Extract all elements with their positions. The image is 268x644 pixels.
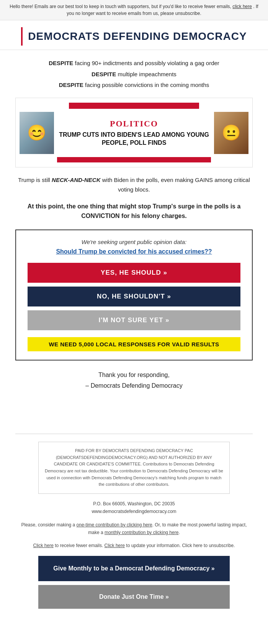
biden-face-placeholder: 😊: [20, 112, 54, 154]
politico-headline: TRUMP CUTS INTO BIDEN'S LEAD AMONG YOUNG…: [58, 131, 210, 147]
neck-italic: NECK-AND-NECK: [52, 177, 101, 183]
disclaimer-text: PAID FOR BY DEMOCRATS DEFENDING DEMOCRAC…: [45, 448, 223, 487]
politico-top-bar-red: [69, 103, 199, 109]
footer-text1: Please, consider making a: [21, 522, 77, 528]
despite-line2: DESPITE multiple impeachments: [15, 69, 253, 80]
thankyou-line2: – Democrats Defending Democracy: [15, 380, 253, 392]
disclaimer-box: PAID FOR BY DEMOCRATS DEFENDING DEMOCRAC…: [38, 442, 230, 494]
address-line1: P.O. Box 66005, Washington, DC 20035: [0, 500, 268, 508]
despite-line1: DESPITE facing 90+ indictments and possi…: [15, 58, 253, 69]
despite-section: DESPITE facing 90+ indictments and possi…: [15, 58, 253, 91]
despite-bold-3: DESPITE: [59, 82, 83, 88]
neck-text-2: with Biden in the polls, even making GAI…: [101, 177, 250, 193]
neck-text-1: Trump is still: [18, 177, 52, 183]
header-title: DEMOCRATS DEFENDING DEMOCRACY: [28, 30, 247, 43]
politico-center: POLITICO TRUMP CUTS INTO BIDEN'S LEAD AM…: [54, 119, 214, 147]
topbar-text: Hello there! Emails are our best tool to…: [10, 4, 231, 9]
donate-section: Give Monthly to be a Democrat Defending …: [0, 556, 268, 616]
content-spacer: [15, 395, 253, 426]
notsure-button[interactable]: I'M NOT SURE YET »: [28, 310, 240, 330]
survey-question[interactable]: Should Trump be convicted for his accuse…: [28, 248, 240, 255]
unsubscribe-line: Click here to receive fewer emails. Clic…: [0, 542, 268, 549]
yes-button[interactable]: YES, HE SHOULD »: [28, 263, 240, 283]
footer-links-text: Please, consider making a one-time contr…: [15, 521, 253, 537]
header-bar-decoration: [21, 27, 23, 46]
despite-line3: DESPITE facing possible convictions in t…: [15, 80, 253, 91]
despite-text-3: facing possible convictions in the comin…: [83, 82, 209, 88]
top-bar: Hello there! Emails are our best tool to…: [0, 0, 268, 20]
conviction-text: At this point, the one thing that might …: [15, 202, 253, 221]
one-time-link[interactable]: one-time contribution by clicking here: [77, 522, 152, 528]
trump-face-placeholder: 😐: [214, 112, 248, 154]
despite-bold-1: DESPITE: [49, 60, 73, 66]
neck-text: Trump is still NECK-AND-NECK with Biden …: [15, 175, 253, 195]
trump-image: 😐: [214, 112, 248, 154]
footer-text3: .: [178, 530, 180, 535]
politico-bottom-bar-red: [57, 157, 211, 162]
header: DEMOCRATS DEFENDING DEMOCRACY: [0, 20, 268, 50]
despite-text-2: multiple impeachments: [116, 71, 176, 77]
thankyou-line1: Thank you for responding,: [15, 370, 253, 381]
main-content: DESPITE facing 90+ indictments and possi…: [0, 50, 268, 434]
thank-you-section: Thank you for responding, – Democrats De…: [15, 370, 253, 392]
survey-box: We're seeking urgent public opinion data…: [15, 229, 253, 361]
biden-image: 😊: [20, 112, 54, 154]
give-monthly-button[interactable]: Give Monthly to be a Democrat Defending …: [38, 556, 230, 581]
politico-middle: 😊 POLITICO TRUMP CUTS INTO BIDEN'S LEAD …: [16, 109, 252, 157]
footer-divider: [15, 434, 253, 434]
header-logo: DEMOCRATS DEFENDING DEMOCRACY: [8, 27, 260, 46]
no-button[interactable]: NO, HE SHOULDN'T »: [28, 287, 240, 306]
politico-logo: POLITICO: [58, 119, 210, 129]
donate-onetime-button[interactable]: Donate Just One Time »: [38, 585, 230, 609]
fewer-emails-link[interactable]: Click here: [33, 543, 54, 548]
despite-bold-2: DESPITE: [92, 71, 116, 77]
topbar-clickhere-link[interactable]: click here: [232, 4, 252, 9]
despite-text-1: facing 90+ indictments and possibly viol…: [73, 60, 219, 66]
conviction-statement: At this point, the one thing that might …: [28, 203, 241, 220]
unsubscribe-text2: to update your information. Click here t…: [125, 543, 235, 548]
address-block: P.O. Box 66005, Washington, DC 20035 www…: [0, 500, 268, 516]
monthly-link[interactable]: monthly contribution by clicking here: [105, 530, 178, 535]
survey-intro: We're seeking urgent public opinion data…: [28, 239, 240, 245]
unsubscribe-text1: to receive fewer emails.: [54, 543, 105, 548]
update-info-link[interactable]: Click here: [105, 543, 125, 548]
need-responses-label: WE NEED 5,000 LOCAL RESPONSES FOR VALID …: [28, 337, 240, 351]
politico-block: 😊 POLITICO TRUMP CUTS INTO BIDEN'S LEAD …: [15, 98, 253, 167]
address-line2: www.democratsdefendingdemocracy.com: [0, 508, 268, 515]
